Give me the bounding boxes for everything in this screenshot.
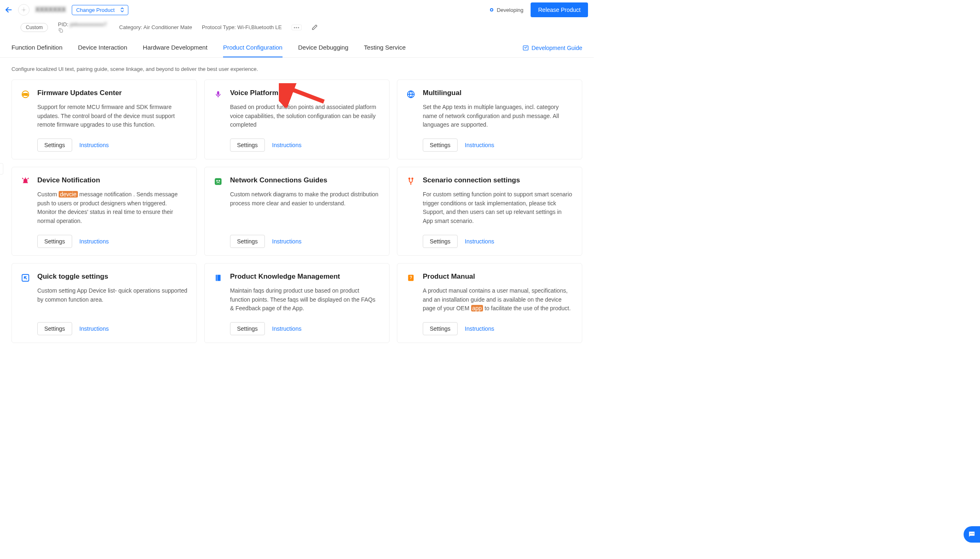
side-drawer-handle[interactable] — [0, 163, 3, 175]
tabs-bar: Function DefinitionDevice InteractionHar… — [0, 38, 594, 58]
chevron-updown-icon — [121, 7, 124, 13]
instructions-link[interactable]: Instructions — [80, 238, 109, 245]
instructions-link[interactable]: Instructions — [465, 142, 495, 148]
guide-icon — [522, 45, 529, 51]
tabs-list: Function DefinitionDevice InteractionHar… — [11, 38, 406, 57]
toggle-icon — [21, 273, 30, 282]
card-title: Device Notification — [37, 176, 187, 184]
card-description: Set the App texts in multiple languages,… — [423, 103, 573, 130]
tab-testing-service[interactable]: Testing Service — [364, 38, 406, 57]
config-cards-grid: OTAFirmware Updates CenterSupport for re… — [0, 76, 594, 351]
card-title: Voice Platform — [230, 89, 380, 97]
config-card: ?Product ManualA product manual contains… — [397, 263, 582, 343]
back-arrow-icon[interactable] — [4, 5, 16, 14]
config-card: MultilingualSet the App texts in multipl… — [397, 80, 582, 159]
edit-icon[interactable] — [312, 24, 318, 30]
copy-icon[interactable] — [58, 27, 109, 33]
card-title: Firmware Updates Center — [37, 89, 187, 97]
status-label: Developing — [497, 7, 523, 13]
bell-icon — [21, 177, 30, 186]
release-product-button[interactable]: Release Product — [531, 2, 588, 17]
instructions-link[interactable]: Instructions — [80, 325, 109, 332]
instructions-link[interactable]: Instructions — [465, 325, 495, 332]
svg-rect-9 — [215, 178, 222, 185]
svg-rect-15 — [216, 275, 221, 281]
svg-rect-1 — [60, 30, 63, 32]
settings-button[interactable]: Settings — [230, 322, 265, 335]
config-card: Device NotificationCustom devcie message… — [11, 167, 197, 256]
card-description: For custom setting function point to sup… — [423, 190, 573, 226]
card-description: Support for remote MCU firmware and SDK … — [37, 103, 187, 130]
scenario-icon — [406, 177, 415, 186]
development-guide-link[interactable]: Development Guide — [522, 45, 582, 51]
card-title: Scenario connection settings — [423, 176, 573, 184]
network-icon — [214, 177, 223, 186]
card-description: Custom devcie message notification . Sen… — [37, 190, 187, 226]
instructions-link[interactable]: Instructions — [272, 325, 302, 332]
page-description: Configure localized UI text, pairing gui… — [0, 58, 594, 76]
svg-rect-16 — [217, 275, 218, 281]
settings-button[interactable]: Settings — [423, 322, 458, 335]
status-indicator: Developing — [490, 7, 523, 13]
svg-rect-6 — [217, 91, 219, 95]
ota-icon: OTA — [21, 90, 30, 99]
instructions-link[interactable]: Instructions — [272, 238, 302, 245]
card-description: A product manual contains a user manual,… — [423, 286, 573, 313]
svg-text:OTA: OTA — [23, 93, 28, 96]
tab-product-configuration[interactable]: Product Configuration — [223, 38, 283, 57]
card-description: Custom network diagrams to make the prod… — [230, 190, 380, 226]
svg-point-10 — [216, 180, 218, 182]
category-field: Category: Air Conditioner Mate — [119, 24, 192, 30]
settings-button[interactable]: Settings — [423, 235, 458, 248]
change-product-button[interactable]: Change Product — [72, 5, 128, 15]
settings-button[interactable]: Settings — [37, 322, 72, 335]
card-description: Based on product function points and ass… — [230, 103, 380, 130]
instructions-link[interactable]: Instructions — [80, 142, 109, 148]
config-card: OTAFirmware Updates CenterSupport for re… — [11, 80, 197, 159]
card-description: Maintain faqs during product use based o… — [230, 286, 380, 313]
dev-guide-label: Development Guide — [531, 45, 582, 51]
card-title: Multilingual — [423, 89, 573, 97]
svg-point-13 — [412, 178, 413, 179]
svg-point-11 — [219, 180, 220, 182]
config-card: Product Knowledge ManagementMaintain faq… — [204, 263, 390, 343]
change-product-label: Change Product — [76, 7, 115, 13]
status-dot-icon — [490, 8, 493, 11]
mic-icon — [214, 90, 223, 99]
header-bar: XXXXXXX Change Product Developing Releas… — [0, 0, 594, 20]
globe-icon — [406, 90, 415, 99]
instructions-link[interactable]: Instructions — [272, 142, 302, 148]
card-description: Custom setting App Device list- quick op… — [37, 286, 187, 313]
card-title: Product Knowledge Management — [230, 273, 380, 281]
product-name: XXXXXXX — [35, 6, 66, 14]
settings-button[interactable]: Settings — [230, 139, 265, 152]
card-title: Product Manual — [423, 273, 573, 281]
tab-function-definition[interactable]: Function Definition — [11, 38, 62, 57]
custom-badge: Custom — [21, 23, 48, 32]
card-title: Quick toggle settings — [37, 273, 187, 281]
more-icon[interactable]: ••• — [292, 25, 302, 30]
svg-point-12 — [409, 178, 410, 179]
product-logo — [18, 4, 30, 16]
protocol-field: Protocol Type: Wi-Fi,Bluetooth LE — [202, 24, 282, 30]
config-card: Network Connections GuidesCustom network… — [204, 167, 390, 256]
settings-button[interactable]: Settings — [230, 235, 265, 248]
tab-device-interaction[interactable]: Device Interaction — [78, 38, 127, 57]
settings-button[interactable]: Settings — [37, 235, 72, 248]
config-card: Quick toggle settingsCustom setting App … — [11, 263, 197, 343]
product-meta-bar: Custom PID: pt4xxxxxxxxxx7 Category: Air… — [0, 20, 594, 38]
settings-button[interactable]: Settings — [423, 139, 458, 152]
settings-button[interactable]: Settings — [37, 139, 72, 152]
svg-text:?: ? — [410, 275, 412, 280]
book-icon — [214, 273, 223, 282]
pid-field: PID: pt4xxxxxxxxxx7 — [58, 21, 109, 33]
config-card: Voice PlatformBased on product function … — [204, 80, 390, 159]
instructions-link[interactable]: Instructions — [465, 238, 495, 245]
tab-device-debugging[interactable]: Device Debugging — [298, 38, 349, 57]
card-title: Network Connections Guides — [230, 176, 380, 184]
manual-icon: ? — [406, 273, 415, 282]
config-card: Scenario connection settingsFor custom s… — [397, 167, 582, 256]
tab-hardware-development[interactable]: Hardware Development — [143, 38, 207, 57]
svg-point-0 — [23, 9, 25, 11]
